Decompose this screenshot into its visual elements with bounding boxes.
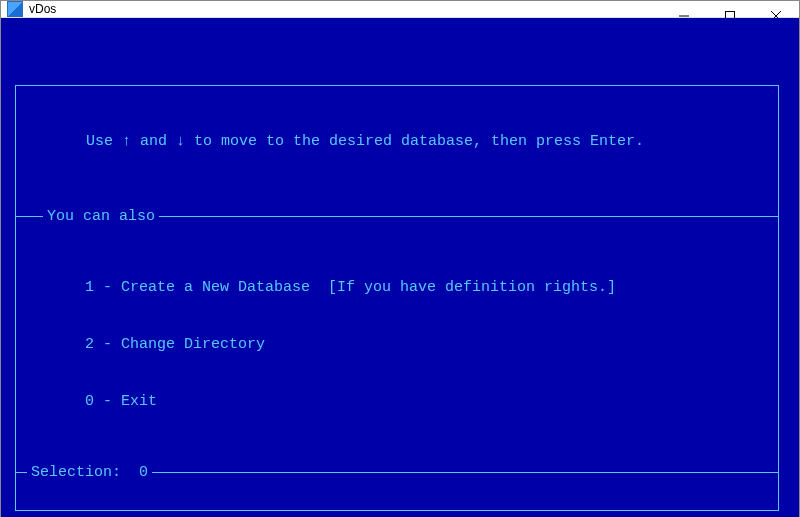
instruction-text: Use ↑ and ↓ to move to the desired datab… — [16, 132, 778, 159]
selection-label: Selection: — [31, 464, 121, 481]
app-icon — [7, 1, 23, 17]
menu-box: Use ↑ and ↓ to move to the desired datab… — [15, 85, 779, 511]
option-exit[interactable]: 0 - Exit — [15, 392, 779, 411]
option-change-dir[interactable]: 2 - Change Directory — [15, 335, 779, 354]
window-title: vDos — [29, 2, 56, 16]
group-legend: You can also — [43, 207, 159, 226]
selection-field[interactable]: Selection: 0 — [27, 463, 152, 482]
selection-value: 0 — [139, 464, 148, 481]
terminal-screen[interactable]: Use ↑ and ↓ to move to the desired datab… — [1, 18, 799, 517]
app-window: vDos Use ↑ and ↓ to move to the desired … — [0, 0, 800, 517]
options-group: You can also 1 - Create a New Database [… — [15, 216, 779, 473]
titlebar: vDos — [1, 1, 799, 18]
option-create-db[interactable]: 1 - Create a New Database [If you have d… — [15, 278, 779, 297]
